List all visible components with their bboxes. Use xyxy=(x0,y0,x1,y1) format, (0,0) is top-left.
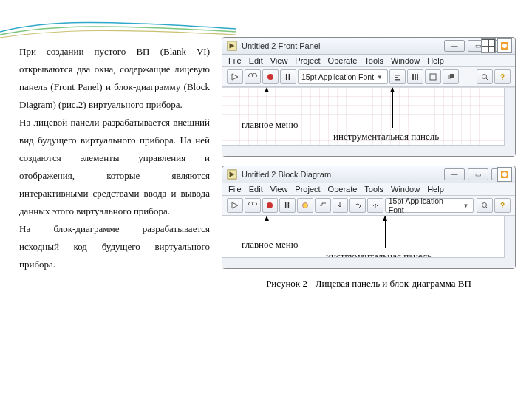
run-continuous-button[interactable] xyxy=(245,69,261,84)
svg-point-4 xyxy=(267,74,273,80)
font-label: 15pt Application Font xyxy=(301,72,374,81)
fp-annotation-toolbar: инструментальная панель xyxy=(333,131,439,143)
bd-canvas[interactable]: главное меню инструментальная панель xyxy=(222,216,515,268)
svg-point-21 xyxy=(302,203,307,208)
menu-operate[interactable]: Operate xyxy=(328,185,358,194)
menu-tools[interactable]: Tools xyxy=(364,56,383,65)
connector-pane-icon[interactable] xyxy=(481,38,496,53)
fp-annotation-menu: главное меню xyxy=(242,119,298,131)
bd-titlebar: Untitled 2 Block Diagram — ▭ ✕ xyxy=(222,166,515,183)
front-panel-window: Untitled 2 Front Panel — ▭ ✕ File Edit V… xyxy=(222,37,516,157)
icon-connector-pane xyxy=(497,167,512,182)
step-out-button[interactable] xyxy=(367,198,383,213)
search-button[interactable] xyxy=(477,69,493,84)
font-label: 15pt Application Font xyxy=(389,197,460,214)
search-button[interactable] xyxy=(477,198,493,213)
svg-rect-13 xyxy=(450,74,454,78)
svg-line-15 xyxy=(486,78,488,81)
menu-project[interactable]: Project xyxy=(295,56,320,65)
decorative-swoosh xyxy=(0,18,236,41)
fp-toolbar: II 15pt Application Font ▼ ? xyxy=(222,67,515,87)
chevron-down-icon: ▼ xyxy=(377,74,383,81)
svg-point-14 xyxy=(482,74,486,78)
help-button[interactable]: ? xyxy=(494,198,511,213)
svg-rect-6 xyxy=(395,77,398,78)
run-button[interactable] xyxy=(227,69,243,84)
font-selector[interactable]: 15pt Application Font ▼ xyxy=(298,69,388,84)
menu-operate[interactable]: Operate xyxy=(328,56,358,65)
svg-point-19 xyxy=(502,172,507,177)
resize-button[interactable] xyxy=(425,69,441,84)
svg-point-20 xyxy=(267,202,273,208)
fp-titlebar: Untitled 2 Front Panel — ▭ ✕ xyxy=(222,38,515,55)
svg-rect-8 xyxy=(412,74,414,80)
arrow-to-menu xyxy=(267,88,267,117)
bd-toolbar: II 15pt Application Font ▼ ? xyxy=(222,196,515,216)
fp-menubar: File Edit View Project Operate Tools Win… xyxy=(222,55,515,67)
menu-window[interactable]: Window xyxy=(391,185,420,194)
align-button[interactable] xyxy=(389,69,406,84)
bd-annotation-menu: главное меню xyxy=(242,239,298,250)
run-button[interactable] xyxy=(227,198,243,213)
menu-file[interactable]: File xyxy=(228,185,242,194)
fp-canvas[interactable]: главное меню инструментальная панель xyxy=(222,87,515,156)
help-button[interactable]: ? xyxy=(494,69,511,84)
menu-project[interactable]: Project xyxy=(295,185,320,194)
figure-caption: Рисунок 2 - Лицевая панель и блок-диагра… xyxy=(222,278,516,290)
menu-tools[interactable]: Tools xyxy=(364,185,383,194)
menu-file[interactable]: File xyxy=(228,56,242,65)
menu-edit[interactable]: Edit xyxy=(249,185,263,194)
figure-area: Untitled 2 Front Panel — ▭ ✕ File Edit V… xyxy=(222,37,516,290)
menu-edit[interactable]: Edit xyxy=(249,56,263,65)
block-diagram-window: Untitled 2 Block Diagram — ▭ ✕ File Edit… xyxy=(222,166,516,269)
paragraph-3: На блок-диаграмме разрабатывается исходн… xyxy=(19,220,210,273)
font-selector[interactable]: 15pt Application Font ▼ xyxy=(385,198,474,213)
minimize-button[interactable]: — xyxy=(444,40,465,52)
run-continuous-button[interactable] xyxy=(245,198,261,213)
abort-button[interactable] xyxy=(262,198,279,213)
svg-line-23 xyxy=(486,207,488,209)
arrow-to-toolbar xyxy=(385,216,386,248)
vi-icon[interactable] xyxy=(497,38,512,53)
distribute-button[interactable] xyxy=(407,69,423,84)
step-over-button[interactable] xyxy=(349,198,366,213)
arrow-to-toolbar xyxy=(392,88,393,128)
scrollbar-v[interactable] xyxy=(504,88,515,156)
menu-help[interactable]: Help xyxy=(427,56,444,65)
maximize-button[interactable]: ▭ xyxy=(468,168,488,180)
svg-rect-10 xyxy=(417,74,418,80)
chevron-down-icon: ▼ xyxy=(463,202,469,209)
bd-title: Untitled 2 Block Diagram xyxy=(242,170,444,179)
fp-title: Untitled 2 Front Panel xyxy=(242,41,444,50)
paragraph-1-text: При создании пустого ВП (Blank VI) откры… xyxy=(19,46,210,110)
icon-connector-pane xyxy=(481,38,512,53)
svg-point-22 xyxy=(482,202,486,207)
minimize-button[interactable]: — xyxy=(444,168,465,180)
arrow-to-menu xyxy=(267,216,267,237)
scrollbar-h[interactable] xyxy=(222,145,505,156)
menu-view[interactable]: View xyxy=(270,185,288,194)
abort-button[interactable] xyxy=(262,69,279,84)
reorder-button[interactable] xyxy=(443,69,459,84)
paragraph-1: При создании пустого ВП (Blank VI) откры… xyxy=(19,43,210,114)
labview-app-icon xyxy=(227,169,237,180)
labview-app-icon xyxy=(227,41,237,51)
highlight-exec-button[interactable] xyxy=(297,198,313,213)
svg-rect-9 xyxy=(415,74,416,80)
svg-rect-5 xyxy=(395,75,400,76)
pause-button[interactable]: II xyxy=(280,69,296,84)
bd-menubar: File Edit View Project Operate Tools Win… xyxy=(222,183,515,196)
menu-help[interactable]: Help xyxy=(427,185,444,194)
scrollbar-v[interactable] xyxy=(504,216,515,268)
pause-button[interactable]: II xyxy=(279,198,296,213)
menu-window[interactable]: Window xyxy=(391,56,420,65)
vi-icon[interactable] xyxy=(497,167,512,182)
paragraph-2: На лицевой панели разрабатывается внешни… xyxy=(19,114,210,220)
svg-rect-7 xyxy=(395,79,400,81)
retain-wire-button[interactable] xyxy=(315,198,331,213)
scrollbar-h[interactable] xyxy=(222,257,505,268)
menu-view[interactable]: View xyxy=(270,56,288,65)
svg-rect-11 xyxy=(430,74,436,80)
step-into-button[interactable] xyxy=(332,198,349,213)
body-text: При создании пустого ВП (Blank VI) откры… xyxy=(19,43,210,273)
